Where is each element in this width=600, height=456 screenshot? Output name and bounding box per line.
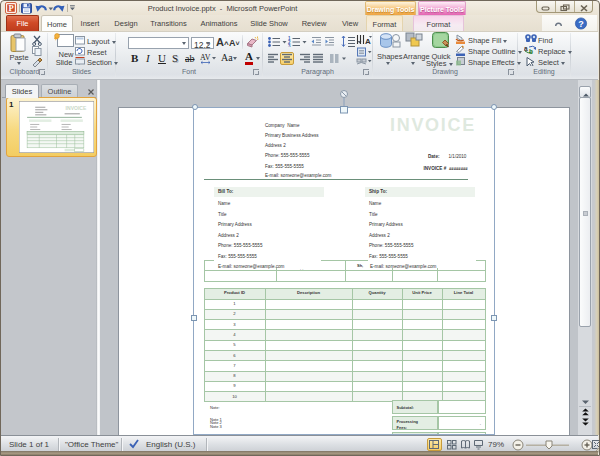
svg-text:a: a bbox=[524, 45, 528, 52]
svg-text:AV: AV bbox=[200, 53, 211, 62]
svg-text:A: A bbox=[365, 37, 371, 46]
svg-text:?: ? bbox=[578, 19, 584, 29]
svg-text:3: 3 bbox=[288, 44, 291, 48]
svg-text:INVOICE: INVOICE bbox=[66, 105, 87, 111]
svg-text:P: P bbox=[8, 3, 13, 13]
svg-text:b: b bbox=[529, 48, 533, 55]
